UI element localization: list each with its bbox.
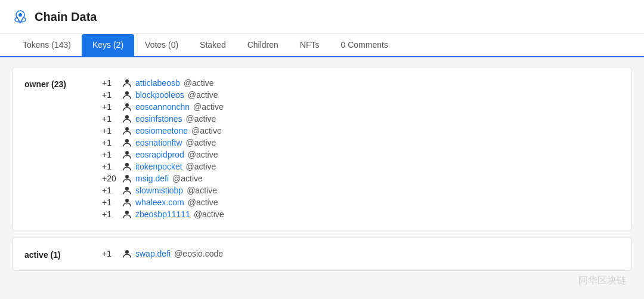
user-icon	[122, 174, 132, 183]
entry-account-link[interactable]: slowmistiobp	[135, 186, 183, 195]
svg-point-3	[125, 103, 129, 107]
tab-nfts[interactable]: NFTs	[289, 34, 330, 57]
entry-role: @active	[191, 126, 222, 135]
entry-role: @active	[186, 162, 216, 171]
entry-account-link[interactable]: eosinfstones	[135, 114, 182, 124]
entry-account-link[interactable]: eoscannonchn	[135, 102, 190, 112]
entry-role: @active	[194, 209, 224, 219]
svg-point-2	[125, 91, 129, 95]
page-header: Chain Data	[0, 0, 644, 34]
tabs-bar: Tokens (143)Keys (2)Votes (0)StakedChild…	[0, 34, 644, 57]
svg-point-7	[125, 151, 129, 155]
entry-weight: +1	[102, 90, 119, 100]
entry-role: @active	[186, 114, 216, 124]
entry-account-link[interactable]: zbeosbp11111	[135, 209, 190, 219]
permission-entry: +1 eosiomeetone @active	[102, 126, 224, 135]
svg-point-5	[125, 127, 129, 131]
svg-point-6	[125, 139, 129, 143]
permission-entry: +20 msig.defi @active	[102, 174, 224, 183]
svg-point-12	[125, 211, 129, 214]
entry-account-link[interactable]: eosiomeetone	[135, 126, 188, 135]
user-icon	[122, 249, 132, 258]
tab-tokens[interactable]: Tokens (143)	[12, 34, 82, 57]
entry-role: @active	[193, 102, 224, 112]
entry-weight: +1	[102, 198, 119, 207]
permission-entry: +1 eosinfstones @active	[102, 114, 224, 124]
entry-account-link[interactable]: eosnationftw	[135, 138, 182, 147]
entry-weight: +1	[102, 126, 119, 135]
user-icon	[122, 126, 132, 135]
svg-point-9	[125, 175, 129, 178]
svg-point-4	[125, 115, 129, 119]
tab-children[interactable]: Children	[237, 34, 289, 57]
svg-point-11	[125, 199, 129, 202]
entry-role: @active	[188, 90, 218, 100]
user-icon	[122, 198, 132, 207]
permission-block: active (1)+1 swap.defi @eosio.code	[12, 238, 632, 271]
user-icon	[122, 78, 132, 88]
content-area: owner (23)+1 atticlabeosb @active+1 bloc…	[0, 57, 644, 280]
tab-comments[interactable]: 0 Comments	[330, 34, 399, 57]
user-icon	[122, 150, 132, 159]
permission-name: active (1)	[24, 249, 90, 260]
permission-entry: +1 swap.defi @eosio.code	[102, 249, 223, 258]
permission-entry: +1 atticlabeosb @active	[102, 78, 224, 88]
user-icon	[122, 102, 132, 112]
permission-entry: +1 eosrapidprod @active	[102, 150, 224, 159]
permission-entry: +1 itokenpocket @active	[102, 162, 224, 171]
permission-block: owner (23)+1 atticlabeosb @active+1 bloc…	[12, 67, 632, 230]
entry-weight: +1	[102, 150, 119, 159]
tab-staked[interactable]: Staked	[189, 34, 237, 57]
permission-entry: +1 blockpooleos @active	[102, 90, 224, 100]
entry-role: @active	[172, 174, 203, 183]
user-icon	[122, 138, 132, 147]
svg-point-13	[125, 250, 129, 254]
tab-votes[interactable]: Votes (0)	[134, 34, 189, 57]
entry-weight: +20	[102, 174, 119, 183]
permission-entry: +1 zbeosbp11111 @active	[102, 209, 224, 219]
svg-point-8	[125, 163, 129, 167]
user-icon	[122, 114, 132, 124]
entry-role: @active	[188, 198, 218, 207]
svg-point-0	[18, 13, 22, 17]
permission-name: owner (23)	[24, 78, 90, 89]
user-icon	[122, 209, 132, 219]
permission-entry: +1 whaleex.com @active	[102, 198, 224, 207]
entry-weight: +1	[102, 249, 119, 258]
entry-account-link[interactable]: eosrapidprod	[135, 150, 184, 159]
chain-logo-icon	[12, 8, 29, 25]
entry-account-link[interactable]: whaleex.com	[135, 198, 184, 207]
entry-role: @eosio.code	[174, 249, 223, 258]
permission-entry: +1 eosnationftw @active	[102, 138, 224, 147]
entry-role: @active	[184, 78, 214, 88]
entry-role: @active	[187, 186, 217, 195]
entry-weight: +1	[102, 114, 119, 124]
tab-keys[interactable]: Keys (2)	[82, 34, 134, 57]
permission-entry: +1 eoscannonchn @active	[102, 102, 224, 112]
entry-weight: +1	[102, 78, 119, 88]
entry-account-link[interactable]: blockpooleos	[135, 90, 184, 100]
user-icon	[122, 90, 132, 100]
entry-weight: +1	[102, 138, 119, 147]
entry-weight: +1	[102, 102, 119, 112]
entry-weight: +1	[102, 162, 119, 171]
entry-role: @active	[186, 138, 216, 147]
page-title: Chain Data	[35, 10, 97, 24]
entry-account-link[interactable]: atticlabeosb	[135, 78, 180, 88]
permission-entry: +1 slowmistiobp @active	[102, 186, 224, 195]
entry-account-link[interactable]: swap.defi	[135, 249, 171, 258]
svg-point-10	[125, 187, 129, 190]
entry-role: @active	[188, 150, 218, 159]
entry-account-link[interactable]: msig.defi	[135, 174, 169, 183]
entry-account-link[interactable]: itokenpocket	[135, 162, 182, 171]
entry-weight: +1	[102, 209, 119, 219]
svg-point-1	[125, 79, 129, 83]
user-icon	[122, 186, 132, 195]
user-icon	[122, 162, 132, 171]
entry-weight: +1	[102, 186, 119, 195]
